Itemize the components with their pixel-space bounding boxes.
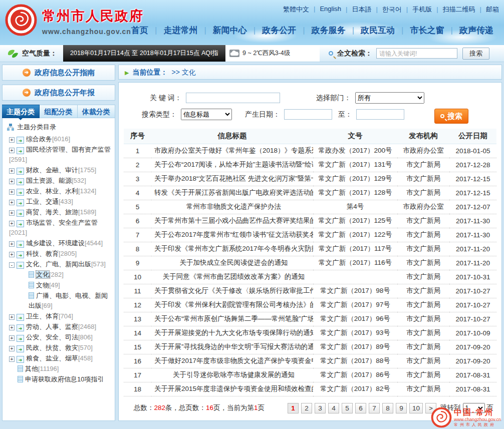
tree-item[interactable]: 文物[49] — [9, 280, 112, 290]
page-button[interactable]: 10 — [409, 403, 423, 413]
row-title-link[interactable]: 关于公布“2017阅读，从绘本开始”主题读书活动暨“绘读绘说 — [151, 158, 313, 172]
row-title-link[interactable]: 关于开展2015年度非遗保护专项资金使用和绩效检查的通知 — [151, 382, 313, 396]
expander-icon[interactable] — [9, 335, 15, 341]
expander-icon[interactable] — [9, 241, 15, 247]
tree-item[interactable]: 文化[282] — [9, 270, 112, 280]
row-title-link[interactable]: 关于举办2018“文艺百花艳社区 先进文化润万家”暨第十二届 — [151, 172, 313, 186]
expander-icon[interactable] — [9, 262, 15, 268]
top-link[interactable]: 繁體中文 — [283, 5, 309, 14]
status-bar: 空气质量： 2018年01月17日14点 至 2018年01月17日15点 AQ… — [0, 45, 504, 62]
row-title-link[interactable]: 关于印发《常州保利大剧院管理有限公司考核办法》的通知 — [151, 298, 313, 312]
tree-item[interactable]: 农业、林业、水利[1324] — [9, 186, 112, 196]
expander-icon[interactable] — [9, 314, 15, 320]
page-button[interactable]: 1 — [288, 403, 299, 413]
page-button[interactable]: 4 — [328, 403, 339, 413]
tree-item[interactable]: 国民经济管理、国有资产监管[2591] — [9, 145, 112, 165]
page-button[interactable]: 3 — [315, 403, 326, 413]
nav-item[interactable]: 政声传递 — [444, 25, 493, 36]
tree-item[interactable]: 工业、交通[433] — [9, 197, 112, 207]
expander-icon[interactable] — [9, 137, 15, 143]
tree-item[interactable]: 城乡建设、环境建设[4544] — [9, 238, 112, 248]
page-button[interactable]: 5 — [342, 403, 353, 413]
page-button[interactable]: 6 — [355, 403, 366, 413]
page-button[interactable]: 9 — [396, 403, 407, 413]
info-disclosure-button[interactable]: 政府信息公开指南 — [2, 65, 115, 81]
tree-item[interactable]: 卫生、体育[704] — [9, 311, 112, 321]
category-tab[interactable]: 组配分类 — [40, 105, 77, 118]
expander-icon[interactable] — [9, 189, 15, 195]
tree-item[interactable]: 民政、扶贫、救灾[570] — [9, 343, 112, 353]
top-link[interactable]: 日本語 — [341, 5, 371, 14]
department-select[interactable]: 所有 — [355, 92, 424, 104]
nav-item[interactable]: 走进常州 — [148, 25, 197, 36]
page-button[interactable]: 7 — [369, 403, 380, 413]
row-title-link[interactable]: 关于印发《常州市文广新系统2017年今冬明春火灾防控实施方案 — [151, 242, 313, 256]
row-title-link[interactable]: 关于做好2017年度市级非物质文化遗产保护专项资金申报工作的 — [151, 354, 313, 368]
row-title-link[interactable]: 关于公布“常州市原创广场舞第二季——常州笔脸”广场舞大赛 — [151, 312, 313, 326]
top-link[interactable]: 扫描二维码 — [432, 5, 475, 14]
tree-item[interactable]: 财政、金融、审计[1755] — [9, 165, 112, 175]
search-button[interactable]: 搜索 — [434, 109, 468, 124]
tree-item[interactable]: 市场监管、安全生产监管[2021] — [9, 218, 112, 238]
fulltext-search-button[interactable]: 搜索 — [462, 48, 489, 60]
tree-item[interactable]: 科技、教育[2805] — [9, 249, 112, 259]
row-title-link[interactable]: 关于开展”寻找我身边的中华文明”手写报大赛活动的通知 — [151, 340, 313, 354]
tree-item[interactable]: 广播、电影、电视、新闻出版[69] — [9, 291, 112, 311]
top-link[interactable]: 手机版 — [402, 5, 432, 14]
expander-icon[interactable] — [9, 179, 15, 184]
breadcrumb-path[interactable]: >> 文化 — [171, 68, 195, 76]
row-title-link[interactable]: 市政府办公室关于做好《常州年鉴（2018）》专题系列彩页组稿 — [151, 144, 313, 158]
nav-item[interactable]: 新闻中心 — [197, 25, 246, 36]
row-title-link[interactable]: 关于同意《常州市曲艺团绩效改革方案》的通知 — [151, 270, 313, 284]
tree-item[interactable]: 综合政务[6016] — [9, 134, 112, 144]
row-title-link[interactable]: 关于贯彻省文化厅《关于修改〈娱乐场所行政审批工作指导意见 — [151, 284, 313, 298]
nav-item[interactable]: 首页 — [131, 25, 148, 36]
table-row: 15 关于开展”寻找我身边的中华文明”手写报大赛活动的通知 常文广新（2017）… — [124, 340, 496, 354]
row-title-link[interactable]: 转发《关于开展江苏省新闻出版广电政府奖评选活动的通知》 — [151, 186, 313, 200]
tree-item[interactable]: 粮食、盐业、烟草[458] — [9, 353, 112, 363]
table-row: 4 转发《关于开展江苏省新闻出版广电政府奖评选活动的通知》 常文广新（2017）… — [124, 186, 496, 200]
tree-item[interactable]: 商贸、海关、旅游[1589] — [9, 207, 112, 217]
nav-item[interactable]: 市长之窗 — [395, 25, 444, 36]
expander-icon[interactable] — [9, 346, 15, 351]
date-from-input[interactable] — [284, 109, 332, 120]
page-button[interactable]: 8 — [382, 403, 393, 413]
top-link[interactable]: 邮箱 — [475, 5, 499, 14]
date-to-input[interactable] — [356, 109, 404, 120]
search-type-select[interactable]: 信息标题 — [181, 109, 232, 120]
category-tab[interactable]: 体裁分类 — [78, 105, 115, 118]
category-tab[interactable]: 主题分类 — [2, 105, 40, 118]
tree-item[interactable]: 劳动、人事、监察[2468] — [9, 322, 112, 332]
tree-item[interactable]: 文化、广电、新闻出版[573] — [9, 259, 112, 269]
top-link[interactable]: English — [309, 5, 341, 14]
row-title-link[interactable]: 关于引导迷你歌咏亭市场健康发展的通知 — [151, 368, 313, 382]
row-title-link[interactable]: 关于开展迎接党的十九大文化市场专项保障行动的通知 — [151, 326, 313, 340]
expander-icon[interactable] — [9, 168, 15, 174]
tree-item[interactable]: 申请获取政府信息10项指引 — [9, 374, 112, 384]
row-org: 市文广新局 — [397, 228, 449, 242]
expander-icon[interactable] — [9, 200, 15, 205]
keyword-input[interactable] — [186, 93, 280, 103]
expander-icon[interactable] — [9, 148, 15, 153]
tree-item-label: 广播、电影、电视、新闻出版 — [29, 292, 108, 309]
tree-item[interactable]: 国土资源、能源[532] — [9, 176, 112, 186]
row-title-link[interactable]: 常州市非物质文化遗产保护办法 — [151, 200, 313, 214]
nav-item[interactable]: 政务公开 — [247, 25, 296, 36]
expander-icon[interactable] — [9, 325, 15, 330]
expander-icon[interactable] — [9, 252, 15, 257]
nav-item[interactable]: 政务服务 — [296, 25, 345, 36]
expander-icon[interactable] — [9, 356, 15, 362]
fulltext-search-input[interactable] — [376, 48, 457, 59]
expander-icon[interactable] — [9, 221, 15, 226]
info-disclosure-button[interactable]: 政府信息公开年报 — [2, 85, 115, 101]
row-title-link[interactable]: 关于加快成立全民阅读促进会的通知 — [151, 256, 313, 270]
top-link[interactable]: 한국어 — [371, 5, 401, 14]
row-date: 2017-09-20 — [449, 354, 496, 368]
nav-item[interactable]: 政民互动 — [346, 25, 395, 36]
expander-icon[interactable] — [9, 210, 15, 216]
tree-item[interactable]: 公安、安全、司法[806] — [9, 332, 112, 342]
tree-item[interactable]: 其他[11196] — [9, 364, 112, 374]
row-title-link[interactable]: 关于常州市第十三届小戏小品曲艺作品大赛评奖结果的通知 — [151, 214, 313, 228]
row-title-link[interactable]: 关于公布2017年度常州市“红领巾读书”征文活动获奖名单的通 — [151, 228, 313, 242]
page-button[interactable]: 2 — [301, 403, 312, 413]
